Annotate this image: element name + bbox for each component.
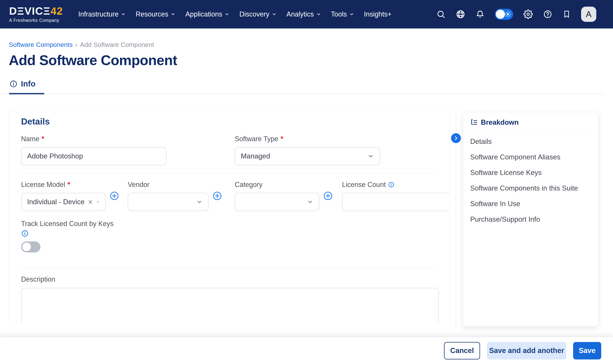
license-count-input[interactable] <box>342 193 450 211</box>
add-category-button[interactable] <box>323 191 333 200</box>
theme-toggle-knob <box>496 10 505 19</box>
menu-item-label: Infrastructure <box>78 10 119 18</box>
chevron-down-icon <box>272 12 277 17</box>
breadcrumb: Software Components › Add Software Compo… <box>9 41 613 48</box>
bell-icon <box>476 10 485 19</box>
settings-button[interactable] <box>523 10 533 19</box>
description-textarea[interactable] <box>21 288 439 323</box>
license-count-input-wrap <box>342 193 450 211</box>
required-asterisk: * <box>280 135 283 143</box>
menu-item-applications[interactable]: Applications <box>185 10 229 18</box>
required-asterisk: * <box>67 181 70 189</box>
screen: DΞVICΞ42 A Freshworks Company Infrastruc… <box>0 0 613 364</box>
chevron-down-icon <box>121 12 126 17</box>
menu-item-label: Analytics <box>287 10 314 18</box>
tab-bar: Info <box>0 79 604 94</box>
breakdown-item-details[interactable]: Details <box>470 134 591 149</box>
section-divider <box>21 173 439 173</box>
vendor-select[interactable] <box>128 193 209 211</box>
help-icon <box>543 10 552 19</box>
category-select[interactable] <box>235 193 319 211</box>
breadcrumb-link-software-components[interactable]: Software Components <box>9 41 73 48</box>
name-input[interactable] <box>21 147 166 165</box>
name-field-group: Name* <box>21 135 166 165</box>
theme-toggle[interactable] <box>495 9 513 20</box>
menu-item-label: Tools <box>331 10 347 18</box>
page-title: Add Software Component <box>9 52 613 68</box>
menu-item-analytics[interactable]: Analytics <box>287 10 321 18</box>
sun-icon <box>504 11 512 18</box>
device42-logo-text: DΞVICΞ42 <box>9 6 63 16</box>
breakdown-item-software-license-keys[interactable]: Software License Keys <box>470 165 591 181</box>
license-model-clear-button[interactable] <box>88 199 93 205</box>
bookmark-button[interactable] <box>562 10 571 18</box>
breakdown-item-software-components-in-this-suite[interactable]: Software Components in this Suite <box>470 181 591 196</box>
breakdown-item-purchase-support-info[interactable]: Purchase/Support Info <box>470 212 591 227</box>
navbar-actions: A <box>436 7 596 22</box>
collapse-breakdown-button[interactable] <box>451 133 461 143</box>
name-label: Name* <box>21 135 166 143</box>
plus-circle-icon <box>213 191 222 200</box>
globe-button[interactable] <box>456 10 465 19</box>
footer-bar: Cancel Save and add another Save <box>0 337 613 364</box>
section-divider <box>21 267 439 267</box>
chevron-down-icon <box>171 12 175 17</box>
breakdown-list: Details Software Component Aliases Softw… <box>463 131 598 227</box>
info-icon <box>10 80 17 88</box>
tab-info[interactable]: Info <box>9 79 44 94</box>
breakdown-title: Breakdown <box>481 118 519 126</box>
search-button[interactable] <box>436 10 445 19</box>
license-model-field-group: License Model* Individual - Device <box>21 181 106 211</box>
menu-item-infrastructure[interactable]: Infrastructure <box>78 10 126 18</box>
category-label: Category <box>235 181 319 189</box>
main-menu: Infrastructure Resources Applications Di… <box>78 10 392 18</box>
list-tree-icon <box>470 119 478 126</box>
chevron-down-icon <box>225 12 229 17</box>
breakdown-item-software-in-use[interactable]: Software In Use <box>470 196 591 212</box>
help-button[interactable] <box>543 10 552 19</box>
menu-item-label: Discovery <box>239 10 269 18</box>
notifications-button[interactable] <box>476 10 485 19</box>
menu-item-tools[interactable]: Tools <box>331 10 354 18</box>
user-avatar[interactable]: A <box>581 7 596 22</box>
menu-item-discovery[interactable]: Discovery <box>239 10 277 18</box>
breadcrumb-separator: › <box>75 41 77 48</box>
breakdown-item-software-component-aliases[interactable]: Software Component Aliases <box>470 149 591 165</box>
category-field-group: Category <box>235 181 319 211</box>
chevron-down-icon <box>307 199 313 205</box>
chevron-down-icon <box>96 199 99 205</box>
gear-icon <box>523 10 533 19</box>
info-icon <box>21 230 29 237</box>
form-row-1: Name* Software Type* Managed <box>21 135 450 165</box>
cancel-button[interactable]: Cancel <box>444 342 480 359</box>
save-and-add-another-button[interactable]: Save and add another <box>487 342 566 359</box>
chevron-down-icon <box>367 153 374 159</box>
required-asterisk: * <box>41 135 44 143</box>
menu-item-resources[interactable]: Resources <box>136 10 175 18</box>
plus-circle-icon <box>110 191 119 200</box>
software-type-label: Software Type* <box>235 135 380 143</box>
license-model-select[interactable]: Individual - Device <box>21 193 106 211</box>
track-licensed-label: Track Licensed Count by Keys <box>21 220 450 228</box>
breadcrumb-current: Add Software Component <box>80 41 154 48</box>
save-button[interactable]: Save <box>573 342 601 359</box>
software-type-field-group: Software Type* Managed <box>235 135 380 165</box>
info-icon[interactable] <box>388 182 394 188</box>
track-licensed-toggle[interactable] <box>21 241 40 252</box>
vendor-label: Vendor <box>128 181 209 189</box>
device42-logo[interactable]: DΞVICΞ42 A Freshworks Company <box>9 6 63 23</box>
logo-tagline: A Freshworks Company <box>9 18 63 23</box>
license-model-value: Individual - Device <box>27 198 84 206</box>
section-title-details: Details <box>21 116 450 127</box>
software-type-select[interactable]: Managed <box>235 147 380 165</box>
form-row-2: License Model* Individual - Device <box>21 181 450 211</box>
add-vendor-button[interactable] <box>213 191 222 200</box>
add-license-model-button[interactable] <box>110 191 119 200</box>
search-icon <box>436 10 445 19</box>
chevron-right-icon <box>453 135 459 141</box>
track-licensed-info[interactable] <box>21 230 450 237</box>
menu-item-insights[interactable]: Insights+ <box>364 10 392 18</box>
license-count-label: License Count <box>342 181 450 189</box>
tab-info-label: Info <box>21 79 36 89</box>
software-type-value: Managed <box>241 152 270 160</box>
